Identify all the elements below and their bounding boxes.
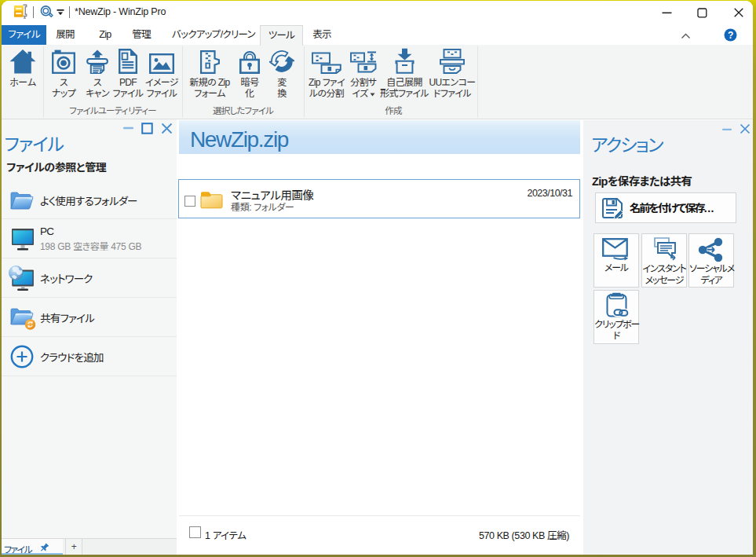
svg-text:?: ? [728, 30, 733, 41]
